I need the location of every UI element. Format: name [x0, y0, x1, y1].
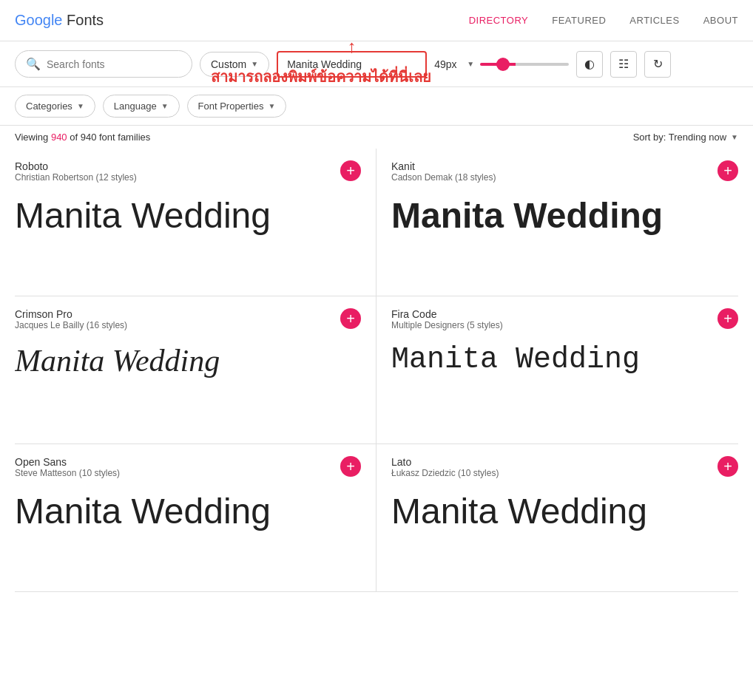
- viewing-suffix: of 940 font families: [67, 132, 151, 143]
- categories-chevron-icon: ▼: [77, 102, 84, 110]
- font-name: Kanit: [391, 160, 496, 172]
- add-kanit-btn[interactable]: +: [717, 160, 738, 181]
- font-preview-fira: Manita Wedding: [391, 342, 738, 378]
- results-bar: Viewing 940 of 940 font families Sort by…: [0, 126, 753, 149]
- dark-mode-btn[interactable]: ◐: [576, 51, 603, 78]
- results-count-text: Viewing 940 of 940 font families: [15, 132, 150, 143]
- preview-input-wrapper: [277, 51, 427, 78]
- font-designer: Łukasz Dziedzic (10 styles): [391, 468, 499, 478]
- add-lato-btn[interactable]: +: [717, 456, 738, 477]
- language-label: Language: [114, 101, 157, 112]
- search-input[interactable]: [47, 58, 181, 70]
- font-card-open-sans: Open Sans Steve Matteson (10 styles) + M…: [15, 444, 376, 592]
- size-slider[interactable]: [480, 63, 569, 66]
- nav-about[interactable]: ABOUT: [703, 15, 738, 26]
- font-card-header: Open Sans Steve Matteson (10 styles) +: [15, 456, 361, 484]
- font-designer: Christian Robertson (12 styles): [15, 172, 137, 183]
- font-preview-kanit: Manita Wedding: [391, 194, 738, 237]
- font-card-roboto: Roboto Christian Robertson (12 styles) +…: [15, 149, 376, 296]
- custom-chevron-icon: ▼: [251, 60, 258, 68]
- language-filter[interactable]: Language ▼: [103, 95, 180, 118]
- logo-fonts: Fonts: [67, 12, 104, 28]
- font-designer: Multiple Designers (5 styles): [391, 320, 503, 330]
- add-fira-btn[interactable]: +: [717, 308, 738, 329]
- size-control: 49px ▼: [434, 58, 569, 70]
- font-designer: Cadson Demak (18 styles): [391, 172, 496, 183]
- refresh-icon: ↻: [653, 57, 663, 71]
- font-properties-filter[interactable]: Font Properties ▼: [187, 95, 287, 118]
- font-name: Crimson Pro: [15, 308, 127, 320]
- custom-dropdown[interactable]: Custom ▼: [200, 52, 269, 77]
- font-name: Open Sans: [15, 456, 120, 468]
- logo[interactable]: Google Fonts: [15, 12, 104, 29]
- sort-label: Sort by: Trending now: [633, 132, 726, 143]
- font-card-header: Lato Łukasz Dziedzic (10 styles) +: [391, 456, 738, 484]
- font-name: Lato: [391, 456, 499, 468]
- language-chevron-icon: ▼: [161, 102, 169, 110]
- font-card-header: Fira Code Multiple Designers (5 styles) …: [391, 308, 738, 336]
- header: Google Fonts DIRECTORY FEATURED ARTICLES…: [0, 0, 753, 41]
- toolbar: 🔍 Custom ▼ ↑ 49px ▼ ◐ ☷ ↻: [0, 41, 753, 87]
- sort-dropdown[interactable]: Sort by: Trending now ▼: [633, 132, 738, 143]
- font-designer: Jacques Le Bailly (16 styles): [15, 320, 127, 330]
- add-roboto-btn[interactable]: +: [340, 160, 361, 181]
- font-grid: Roboto Christian Robertson (12 styles) +…: [0, 149, 753, 592]
- categories-label: Categories: [26, 101, 72, 112]
- refresh-btn[interactable]: ↻: [644, 51, 671, 78]
- filters-bar: Categories ▼ Language ▼ Font Properties …: [0, 87, 753, 126]
- font-preview-roboto: Manita Wedding: [15, 194, 361, 237]
- sort-chevron-icon: ▼: [731, 133, 738, 141]
- nav-articles[interactable]: ARTICLES: [629, 15, 679, 26]
- font-card-lato: Lato Łukasz Dziedzic (10 styles) + Manit…: [376, 444, 738, 592]
- font-preview-lato: Manita Wedding: [391, 490, 738, 533]
- categories-filter[interactable]: Categories ▼: [15, 95, 95, 118]
- custom-label: Custom: [211, 58, 246, 70]
- add-crimson-btn[interactable]: +: [340, 308, 361, 329]
- font-preview-opensans: Manita Wedding: [15, 490, 361, 533]
- search-box[interactable]: 🔍: [15, 50, 192, 78]
- font-card-header: Roboto Christian Robertson (12 styles) +: [15, 160, 361, 188]
- font-properties-chevron-icon: ▼: [268, 102, 275, 110]
- font-name: Roboto: [15, 160, 137, 172]
- nav-directory[interactable]: DIRECTORY: [469, 15, 529, 26]
- grid-view-btn[interactable]: ☷: [610, 51, 637, 78]
- font-card-crimson-pro: Crimson Pro Jacques Le Bailly (16 styles…: [15, 296, 376, 444]
- grid-icon: ☷: [618, 57, 629, 71]
- font-card-kanit: Kanit Cadson Demak (18 styles) + Manita …: [376, 149, 738, 296]
- font-preview-crimson: Manita Wedding: [15, 342, 361, 379]
- font-card-header: Kanit Cadson Demak (18 styles) +: [391, 160, 738, 188]
- add-opensans-btn[interactable]: +: [340, 456, 361, 477]
- results-count: 940: [51, 132, 67, 143]
- dark-mode-icon: ◐: [584, 57, 595, 71]
- font-properties-label: Font Properties: [198, 101, 264, 112]
- font-name: Fira Code: [391, 308, 503, 320]
- font-card-fira-code: Fira Code Multiple Designers (5 styles) …: [376, 296, 738, 444]
- logo-google: Google: [15, 12, 63, 28]
- nav-featured[interactable]: FEATURED: [552, 15, 606, 26]
- viewing-prefix: Viewing: [15, 132, 51, 143]
- size-chevron-icon: ▼: [467, 60, 474, 68]
- size-label: 49px: [434, 58, 461, 70]
- font-designer: Steve Matteson (10 styles): [15, 468, 120, 478]
- font-card-header: Crimson Pro Jacques Le Bailly (16 styles…: [15, 308, 361, 336]
- nav: DIRECTORY FEATURED ARTICLES ABOUT: [469, 15, 738, 26]
- search-icon: 🔍: [26, 57, 41, 71]
- preview-input[interactable]: [287, 58, 416, 70]
